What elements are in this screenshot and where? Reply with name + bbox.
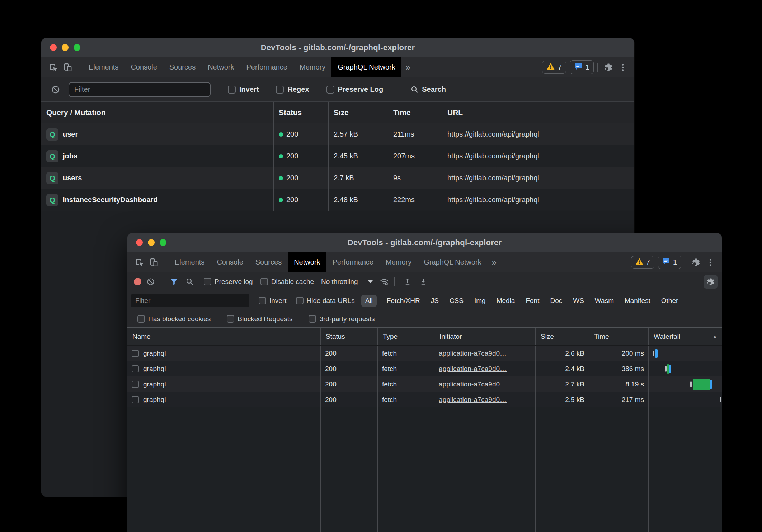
device-toolbar-icon[interactable] [147,255,161,270]
invert-checkbox[interactable]: Invert [259,297,287,305]
tab-network[interactable]: Network [202,57,240,77]
row-checkbox[interactable] [132,396,139,403]
tab-sources[interactable]: Sources [163,57,202,77]
zoom-window-button[interactable] [160,239,166,246]
checkbox[interactable] [204,278,211,285]
search-icon[interactable] [183,275,196,288]
table-row[interactable]: Qusers 200 2.7 kB 9s https://gitlab.com/… [41,167,634,189]
tab-elements[interactable]: Elements [169,252,211,272]
warnings-badge[interactable]: 7 [542,61,566,74]
column-header-size[interactable]: Size [535,328,589,345]
type-filter-js[interactable]: JS [427,295,443,307]
type-filter-img[interactable]: Img [470,295,490,307]
column-header-initiator[interactable]: Initiator [434,328,535,345]
request-row[interactable]: graphql 200 fetch application-a7ca9d0… 2… [127,346,722,361]
column-header-status[interactable]: Status [320,328,377,345]
type-filter-all[interactable]: All [361,295,377,307]
title-bar[interactable]: DevTools - gitlab.com/-/graphql-explorer [41,38,634,57]
network-conditions-icon[interactable] [378,275,391,288]
close-window-button[interactable] [50,44,57,51]
has-blocked-cookies-checkbox[interactable]: Has blocked cookies [137,315,211,323]
filter-input[interactable] [131,294,249,307]
disable-cache-checkbox[interactable]: Disable cache [260,278,314,286]
minimize-window-button[interactable] [148,239,155,246]
initiator-link[interactable]: application-a7ca9d0… [439,396,507,404]
minimize-window-button[interactable] [62,44,69,51]
type-filter-other[interactable]: Other [657,295,682,307]
tab-graphql-network[interactable]: GraphQL Network [331,57,401,77]
checkbox[interactable] [137,315,145,323]
more-tabs-icon[interactable]: » [401,57,414,77]
type-filter-wasm[interactable]: Wasm [591,295,618,307]
third-party-requests-checkbox[interactable]: 3rd-party requests [309,315,375,323]
messages-badge[interactable]: 1 [570,60,594,74]
clear-icon[interactable] [144,275,157,288]
filter-input[interactable] [69,82,211,97]
type-filter-doc[interactable]: Doc [546,295,566,307]
column-header-time[interactable]: Time [589,328,648,345]
checkbox[interactable] [260,278,268,285]
waterfall-cell[interactable] [648,361,722,376]
tab-network[interactable]: Network [288,252,326,272]
checkbox[interactable] [309,315,316,323]
type-filter-css[interactable]: CSS [446,295,467,307]
export-har-icon[interactable] [417,275,430,288]
column-header-size[interactable]: Size [328,102,388,123]
tab-console[interactable]: Console [124,57,163,77]
device-toolbar-icon[interactable] [61,60,75,75]
title-bar[interactable]: DevTools - gitlab.com/-/graphql-explorer [127,233,722,252]
network-settings-button[interactable] [704,275,718,289]
search-control[interactable]: Search [410,85,446,94]
type-filter-ws[interactable]: WS [569,295,588,307]
settings-gear-icon[interactable] [689,255,703,270]
table-row[interactable]: Quser 200 2.57 kB 211ms https://gitlab.c… [41,123,634,145]
request-row[interactable]: graphql 200 fetch application-a7ca9d0… 2… [127,376,722,392]
tab-performance[interactable]: Performance [326,252,380,272]
checkbox[interactable] [227,315,234,323]
row-checkbox[interactable] [132,365,139,372]
checkbox[interactable] [276,86,284,94]
type-filter-manifest[interactable]: Manifest [621,295,654,307]
tab-graphql-network[interactable]: GraphQL Network [418,252,487,272]
preserve-log-checkbox[interactable]: Preserve Log [326,85,384,94]
preserve-log-checkbox[interactable]: Preserve log [204,278,253,286]
regex-checkbox[interactable]: Regex [276,85,309,94]
type-filter-fetch-xhr[interactable]: Fetch/XHR [383,295,424,307]
checkbox[interactable] [228,86,236,94]
more-tabs-icon[interactable]: » [488,252,500,272]
tab-memory[interactable]: Memory [293,57,331,77]
kebab-menu-icon[interactable] [616,60,630,75]
tab-memory[interactable]: Memory [380,252,418,272]
hide-data-urls-checkbox[interactable]: Hide data URLs [296,297,355,305]
inspect-element-icon[interactable] [46,60,61,75]
warnings-badge[interactable]: 7 [631,256,654,269]
close-window-button[interactable] [136,239,143,246]
initiator-link[interactable]: application-a7ca9d0… [439,380,507,388]
import-har-icon[interactable] [401,275,414,288]
initiator-link[interactable]: application-a7ca9d0… [439,350,507,357]
table-row[interactable]: Qjobs 200 2.45 kB 207ms https://gitlab.c… [41,145,634,167]
clear-icon[interactable] [48,82,63,97]
type-filter-media[interactable]: Media [493,295,519,307]
zoom-window-button[interactable] [74,44,80,51]
checkbox[interactable] [326,86,334,94]
initiator-link[interactable]: application-a7ca9d0… [439,365,507,373]
waterfall-cell[interactable] [648,392,722,407]
tab-console[interactable]: Console [211,252,249,272]
table-row[interactable]: QinstanceSecurityDashboard 200 2.48 kB 2… [41,189,634,211]
column-header-waterfall[interactable]: Waterfall ▲ [648,328,722,345]
request-row[interactable]: graphql 200 fetch application-a7ca9d0… 2… [127,361,722,376]
tab-performance[interactable]: Performance [240,57,294,77]
tab-sources[interactable]: Sources [249,252,288,272]
column-header-url[interactable]: URL [442,102,634,123]
kebab-menu-icon[interactable] [703,255,718,270]
waterfall-cell[interactable] [648,346,722,361]
row-checkbox[interactable] [132,350,139,357]
blocked-requests-checkbox[interactable]: Blocked Requests [227,315,292,323]
throttling-select[interactable]: No throttling [321,278,373,286]
column-header-name[interactable]: Name [127,328,320,345]
row-checkbox[interactable] [132,381,139,388]
record-button[interactable] [134,278,141,285]
column-header-query-mutation[interactable]: Query / Mutation [41,102,273,123]
type-filter-font[interactable]: Font [522,295,543,307]
